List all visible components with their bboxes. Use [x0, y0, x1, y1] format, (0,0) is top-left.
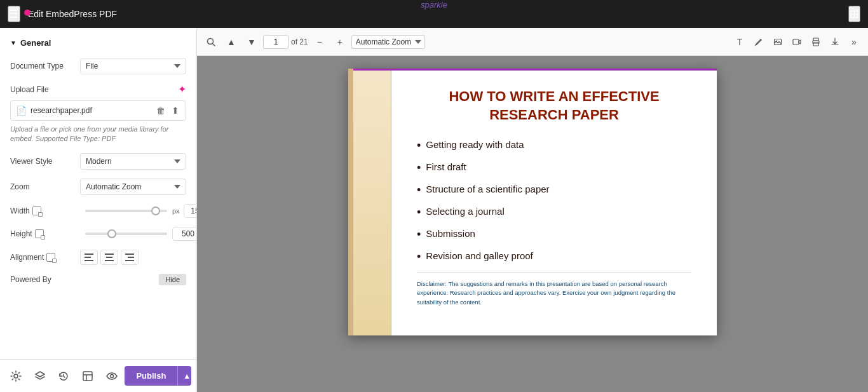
pdf-main-content: HOW TO WRITE AN EFFECTIVE RESEARCH PAPER… [391, 69, 717, 335]
align-right-button[interactable] [121, 250, 139, 265]
grid-icon[interactable]: ⊞ [848, 6, 860, 22]
pdf-document-title: HOW TO WRITE AN EFFECTIVE RESEARCH PAPER [417, 88, 691, 124]
file-icon: 📄 [16, 105, 27, 116]
pdf-download-button[interactable] [826, 33, 844, 51]
upload-file-section: Upload File ✦ 📄 researchpaper.pdf 🗑 ⬆ Up… [10, 83, 186, 144]
powered-by-row: Powered By Hide [10, 274, 186, 292]
upload-file-label: Upload File [10, 85, 49, 94]
section-header-general: ▼ General [10, 38, 186, 48]
list-item: First draft [417, 161, 691, 175]
height-label: Height [10, 229, 80, 238]
zoom-select[interactable]: Automatic Zoom 50% 75% 100% 125% 150% 20… [80, 179, 186, 195]
pdf-page-border-highlight [353, 69, 717, 71]
width-unit: px [172, 207, 180, 215]
svg-point-9 [14, 374, 18, 378]
publish-chevron-button[interactable]: ▲ [177, 366, 191, 386]
height-responsive-icon [35, 229, 44, 238]
pdf-next-page-button[interactable]: ▼ [243, 33, 261, 51]
sidebar-collapse-button[interactable]: ◀ [196, 198, 197, 223]
pdf-viewer: ▲ ▼ 1 of 21 − + Automatic Zoom 50% 75% 1… [197, 28, 868, 392]
pdf-content: HOW TO WRITE AN EFFECTIVE RESEARCH PAPER… [197, 56, 868, 392]
pdf-zoom-out-button[interactable]: − [311, 33, 329, 51]
pdf-page-of: of 21 [291, 37, 308, 46]
pdf-print-button[interactable] [807, 33, 825, 51]
pdf-draw-button[interactable] [750, 33, 768, 51]
width-label: Width [10, 206, 80, 215]
pdf-zoom-select[interactable]: Automatic Zoom 50% 75% 100% 125% 150% 20… [351, 35, 425, 49]
zoom-row: Zoom Automatic Zoom 50% 75% 100% 125% 15… [10, 179, 186, 195]
pdf-text-button[interactable]: T [731, 33, 749, 51]
publish-button[interactable]: Publish [125, 366, 177, 386]
document-type-label: Document Type [10, 62, 80, 71]
pdf-search-button[interactable] [202, 33, 220, 51]
svg-rect-1 [85, 257, 91, 258]
publish-area: Publish ▲ [125, 366, 191, 386]
section-label: General [20, 38, 51, 48]
align-left-button[interactable] [80, 250, 98, 265]
pdf-right-icons: T » [731, 33, 863, 51]
svg-rect-5 [105, 260, 114, 261]
bottom-bar: Publish ▲ [0, 359, 196, 392]
alignment-responsive-icon [46, 253, 55, 262]
height-input[interactable]: 500 [172, 227, 196, 241]
sparkle-button[interactable]: ✦ [178, 83, 186, 95]
height-slider[interactable] [85, 233, 167, 235]
list-item: Selecting a journal [417, 206, 691, 219]
pdf-toolbar: ▲ ▼ 1 of 21 − + Automatic Zoom 50% 75% 1… [197, 28, 868, 56]
hide-button[interactable]: Hide [159, 274, 186, 285]
width-responsive-icon [32, 206, 41, 215]
svg-rect-6 [125, 253, 134, 255]
pdf-video-button[interactable] [788, 33, 806, 51]
section-arrow: ▼ [10, 39, 17, 46]
layout-icon-button[interactable] [77, 365, 98, 388]
menu-icon[interactable]: ☰ [8, 6, 20, 22]
width-row: Width px 1500 [10, 204, 186, 218]
pdf-prev-page-button[interactable]: ▲ [222, 33, 240, 51]
upload-hint: Upload a file or pick one from your medi… [10, 125, 186, 144]
document-type-row: Document Type File URL [10, 58, 186, 74]
file-name: researchpaper.pdf [31, 106, 151, 115]
pdf-page: HOW TO WRITE AN EFFECTIVE RESEARCH PAPER… [348, 69, 717, 335]
list-item: Structure of a scientific paper [417, 184, 691, 197]
height-row: Height 500 [10, 227, 186, 241]
settings-icon-button[interactable] [5, 365, 27, 388]
pdf-zoom-in-button[interactable]: + [331, 33, 349, 51]
width-slider[interactable] [85, 210, 167, 212]
sparkle-tab-label: sparkle [421, 0, 447, 10]
alignment-row: Alignment [10, 250, 186, 265]
svg-rect-4 [106, 257, 112, 258]
viewer-style-label: Viewer Style [10, 157, 80, 166]
svg-rect-8 [125, 260, 134, 261]
document-type-select[interactable]: File URL [80, 58, 186, 74]
pdf-page-input[interactable]: 1 [263, 35, 288, 49]
svg-rect-2 [85, 260, 93, 261]
delete-file-button[interactable]: 🗑 [155, 104, 166, 117]
zoom-label: Zoom [10, 182, 80, 191]
svg-rect-0 [85, 253, 93, 255]
page-title: Edit EmbedPress PDF [28, 9, 841, 19]
file-input-row: 📄 researchpaper.pdf 🗑 ⬆ [10, 100, 186, 121]
svg-point-14 [776, 40, 777, 41]
history-icon-button[interactable] [53, 365, 74, 388]
svg-rect-15 [793, 39, 799, 44]
svg-rect-3 [105, 253, 114, 255]
alignment-buttons [80, 250, 139, 265]
pdf-bullet-list: Getting ready with data First draft Stru… [417, 139, 691, 264]
viewer-style-row: Viewer Style Modern Classic Minimal [10, 153, 186, 170]
viewer-style-select[interactable]: Modern Classic Minimal [80, 153, 186, 170]
svg-point-12 [208, 38, 214, 44]
svg-rect-10 [83, 372, 92, 381]
width-input[interactable]: 1500 [184, 204, 196, 218]
pdf-image-button[interactable] [769, 33, 787, 51]
list-item: Revision and galley proof [417, 250, 691, 264]
main-layout: ▼ General Document Type File URL Upload … [0, 28, 868, 392]
pdf-disclaimer: Disclaimer: The suggestions and remarks … [417, 273, 691, 307]
layers-icon-button[interactable] [29, 365, 51, 388]
alignment-label: Alignment [10, 253, 80, 262]
svg-rect-7 [128, 257, 134, 258]
upload-file-button[interactable]: ⬆ [170, 104, 180, 117]
eye-icon-button[interactable] [101, 365, 123, 388]
align-center-button[interactable] [100, 250, 118, 265]
list-item: Submission [417, 228, 691, 241]
pdf-more-button[interactable]: » [845, 33, 863, 51]
